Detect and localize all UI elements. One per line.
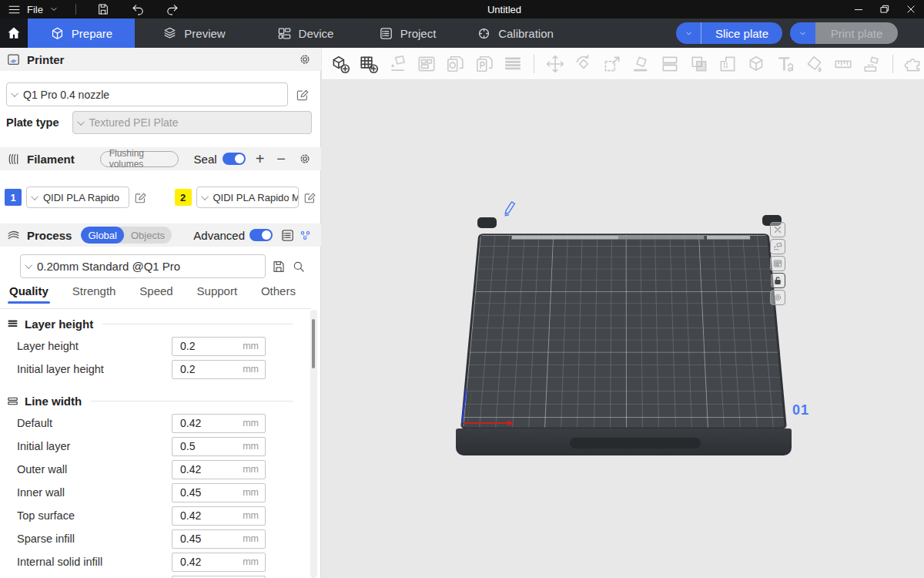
orient-plate-icon[interactable] [770,239,785,254]
printer-section-header: Printer [0,48,321,71]
process-tab-quality[interactable]: Quality [9,284,49,304]
layer-height-icon [6,318,19,331]
plate-type-label: Plate type [6,116,59,129]
tab-project[interactable]: Project [357,18,457,48]
sidebar-scrollbar[interactable] [310,310,317,578]
param-unit: mm [243,556,265,567]
filament-settings-gear-icon[interactable] [298,152,312,166]
param-input[interactable]: 0.45mm [172,483,266,502]
add-model-icon[interactable] [330,53,350,75]
prepare-box-icon [50,26,65,41]
group-divider [91,401,293,402]
process-tab-speed[interactable]: Speed [139,284,172,304]
edit-filament-1-icon[interactable] [134,191,147,204]
process-tab-others[interactable]: Others [261,284,296,304]
window-title: Untitled [431,4,578,15]
tab-device[interactable]: Device [253,18,357,48]
filament-2-badge[interactable]: 2 [175,189,192,206]
chevron-down-icon [685,29,693,38]
filament-2-select[interactable]: QIDI PLA Rapido M... [196,187,300,208]
device-screen-icon [277,26,292,41]
process-tab-bar: QualityStrengthSpeedSupportOthers [0,284,311,309]
arrange-plate-icon[interactable] [770,256,785,271]
tab-preview[interactable]: Preview [135,18,253,48]
param-input[interactable]: 0.42mm [172,414,266,433]
seal-toggle[interactable] [223,153,246,165]
build-plate[interactable] [460,220,787,429]
advanced-label: Advanced [193,229,245,242]
maximize-button[interactable] [872,0,898,18]
process-layers-icon [6,228,21,243]
printer-settings-gear-icon[interactable] [298,52,312,66]
segment-global[interactable]: Global [81,227,124,244]
flushing-volumes-button[interactable]: Flushing volumes [100,151,179,167]
viewport-3d[interactable]: 01 [322,48,924,578]
filament-1-value: QIDI PLA Rapido [43,192,119,203]
calibration-target-icon [477,26,491,41]
param-input[interactable]: 0.2mm [172,360,266,379]
param-input[interactable]: 0.45mm [172,529,266,549]
param-input[interactable] [172,576,266,578]
minimize-button[interactable] [845,0,872,18]
file-menu-chevron-icon[interactable] [49,5,59,14]
add-plate-icon[interactable] [358,53,379,75]
advanced-toggle[interactable] [249,229,273,241]
build-plate-surface[interactable] [460,234,787,429]
process-profile-select[interactable]: 0.20mm Standard @Q1 Pro [20,254,266,278]
param-value: 0.42 [172,556,201,568]
mesh-boolean-icon [688,53,709,75]
param-input[interactable]: 0.42mm [172,460,266,479]
filament-1-select[interactable]: QIDI PLA Rapido [26,187,129,208]
slice-plate-dropdown[interactable] [676,22,701,44]
search-settings-icon[interactable] [292,260,306,274]
edit-printer-icon[interactable] [296,88,310,102]
save-button[interactable] [93,1,113,18]
compare-presets-icon[interactable] [299,229,312,242]
lock-plate-icon[interactable] [770,273,785,288]
home-button[interactable] [0,18,28,48]
edit-filament-2-icon[interactable] [303,191,316,204]
slice-plate-split-button: Slice plate [676,22,782,44]
scrollbar-thumb[interactable] [312,319,315,368]
delete-plate-icon[interactable] [770,222,785,237]
plate-type-select[interactable]: Textured PEI Plate [72,111,312,134]
param-label: Inner wall [0,486,172,499]
print-plate-button[interactable]: Print plate [815,22,898,44]
filament-1-badge[interactable]: 1 [5,189,22,206]
remove-filament-button[interactable]: − [276,151,286,166]
close-button[interactable] [898,0,924,18]
param-input[interactable]: 0.5mm [172,437,266,456]
file-menu[interactable]: File [27,4,43,15]
printer-section-title: Printer [27,53,64,66]
param-input[interactable]: 0.2mm [172,337,266,356]
param-input[interactable]: 0.42mm [172,553,266,572]
redo-button[interactable] [162,1,182,18]
save-preset-icon[interactable] [272,260,286,274]
slice-plate-button[interactable]: Slice plate [701,22,782,44]
process-tab-strength[interactable]: Strength [72,284,116,304]
viewport-toolbar [322,48,924,80]
printer-select[interactable]: Q1 Pro 0.4 nozzle [6,82,288,106]
print-plate-dropdown[interactable] [790,22,815,44]
param-label: Internal solid infill [0,556,172,568]
hamburger-menu-icon[interactable] [8,3,21,16]
chevron-down-icon [77,118,85,126]
add-filament-button[interactable]: + [256,151,265,166]
undo-button[interactable] [129,1,149,18]
parameter-table-icon[interactable] [280,228,295,243]
param-input[interactable]: 0.42mm [172,506,266,526]
param-row: Initial layer0.5mm [0,435,308,458]
param-value: 0.42 [172,509,201,522]
plate-settings-icon[interactable] [770,290,785,305]
filament-spool-icon [6,152,21,166]
segment-objects[interactable]: Objects [124,227,172,244]
param-row: Initial layer height0.2mm [0,358,308,381]
chevron-down-icon [25,261,32,269]
param-unit: mm [243,510,265,521]
tab-calibration[interactable]: Calibration [457,18,573,48]
rename-plate-pencil-icon[interactable] [500,198,520,218]
filament-2-value: QIDI PLA Rapido M... [213,192,300,203]
tab-prepare[interactable]: Prepare [28,18,135,48]
param-label: Initial layer height [0,363,172,375]
process-tab-support[interactable]: Support [197,284,238,304]
